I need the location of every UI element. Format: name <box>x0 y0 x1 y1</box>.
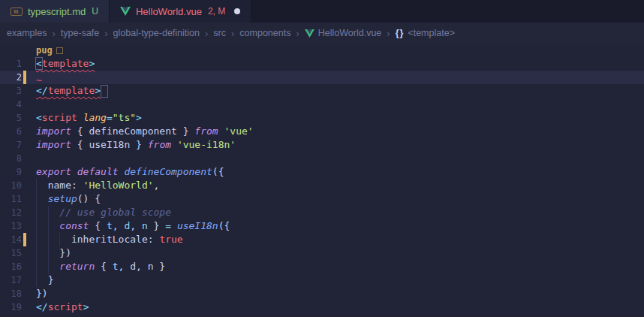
line-number: 17 <box>0 273 22 287</box>
code-token: = <box>165 220 171 231</box>
code-token <box>171 139 177 150</box>
indent-guide <box>36 192 37 206</box>
code-line-1[interactable]: 1<template> <box>0 57 644 71</box>
line-number: 7 <box>0 138 22 152</box>
gutter-spacer <box>23 179 26 192</box>
line-number: 4 <box>0 98 22 111</box>
code-line-9[interactable]: 9export default defineComponent({ <box>0 165 644 179</box>
gutter-spacer <box>23 111 26 125</box>
tab-typescript-md[interactable]: M↓ typescript.md U <box>0 0 110 23</box>
template-lang-hint-row: pug <box>0 44 644 57</box>
breadcrumb-item-examples[interactable]: examples <box>7 28 47 38</box>
code-token: }) <box>36 247 71 258</box>
breadcrumb-item-components[interactable]: components <box>239 28 290 38</box>
code-line-19[interactable]: 19</script> <box>0 300 644 314</box>
breadcrumb-label: src <box>213 28 226 38</box>
code-token: template <box>42 58 89 69</box>
code-token: 'vue-i18n' <box>177 139 236 150</box>
indent-guide <box>36 233 37 246</box>
code-token: script <box>42 112 77 123</box>
code-editor: pug 1<template>2~3</template> 45<script … <box>0 44 644 314</box>
code-token: inheritLocale: <box>36 234 154 245</box>
hint-box-icon <box>57 48 62 53</box>
code-content: setup() { <box>36 192 644 206</box>
code-token: const <box>59 220 89 231</box>
bracket-match-box <box>101 86 107 97</box>
code-token: from <box>148 139 171 150</box>
code-content: import { defineComponent } from 'vue' <box>36 125 644 138</box>
code-token <box>171 220 177 231</box>
code-token <box>77 112 83 123</box>
gutter-spacer <box>23 300 26 314</box>
line-number: 15 <box>0 246 22 260</box>
gutter-spacer <box>23 260 26 273</box>
code-line-11[interactable]: 11 setup() { <box>0 192 644 206</box>
code-token: default <box>77 166 119 177</box>
code-line-2[interactable]: 2~ <box>0 71 644 84</box>
code-token: return <box>59 261 95 272</box>
code-line-12[interactable]: 12 // use global scope <box>0 206 644 219</box>
breadcrumb-label: type-safe <box>61 28 99 38</box>
code-line-7[interactable]: 7import { useI18n } from 'vue-i18n' <box>0 138 644 152</box>
code-content: inheritLocale: true <box>36 233 644 246</box>
code-line-14[interactable]: 14 inheritLocale: true <box>0 233 644 246</box>
code-line-17[interactable]: 17 } <box>0 273 644 287</box>
line-number: 6 <box>0 125 22 138</box>
gutter-spacer <box>23 219 26 233</box>
code-token: = <box>107 112 113 123</box>
line-number: 9 <box>0 165 22 179</box>
code-line-10[interactable]: 10 name: 'HelloWorld', <box>0 179 644 192</box>
markdown-icon: M↓ <box>11 8 23 16</box>
code-content: </script> <box>36 300 644 314</box>
problems-modified-badge: 2, M <box>208 6 225 17</box>
code-content: import { useI18n } from 'vue-i18n' <box>36 138 644 152</box>
code-line-8[interactable]: 8 <box>0 152 644 165</box>
line-number: 18 <box>0 287 22 300</box>
breadcrumb-item-src[interactable]: src <box>213 28 226 38</box>
code-line-5[interactable]: 5<script lang="ts"> <box>0 111 644 125</box>
breadcrumb-label: global-type-definition <box>113 28 200 38</box>
code-line-13[interactable]: 13 const { t, d, n } = useI18n({ <box>0 219 644 233</box>
code-line-4[interactable]: 4 <box>0 98 644 111</box>
line-number: 5 <box>0 111 22 125</box>
code-token: } <box>130 139 147 150</box>
gutter-spacer <box>23 138 26 152</box>
indent-guide <box>36 206 37 219</box>
breadcrumb-item-global-type-definition[interactable]: global-type-definition <box>113 28 200 38</box>
code-line-16[interactable]: 16 return { t, d, n } <box>0 260 644 273</box>
tab-filename: typescript.md <box>28 6 86 17</box>
tab-helloworld-vue[interactable]: HelloWorld.vue 2, M <box>110 0 251 23</box>
breadcrumb-item-helloworld-vue[interactable]: HelloWorld.vue <box>305 28 382 38</box>
indent-guide <box>59 233 60 246</box>
code-line-18[interactable]: 18}) <box>0 287 644 300</box>
code-token <box>71 166 77 177</box>
code-token <box>36 193 48 204</box>
symbol-braces-icon: {} <box>396 28 405 38</box>
code-content: <template> <box>36 57 644 71</box>
code-content <box>36 152 644 165</box>
code-token: n <box>142 220 148 231</box>
code-token: t <box>107 220 113 231</box>
indent-guide <box>48 260 49 273</box>
code-token: { <box>89 220 106 231</box>
template-lang-hint[interactable]: pug <box>36 44 53 57</box>
code-token <box>77 180 83 191</box>
code-token: ({ <box>218 220 230 231</box>
code-token: from <box>194 125 218 137</box>
code-token: }) <box>36 288 48 299</box>
code-line-15[interactable]: 15 }) <box>0 246 644 260</box>
indent-guide <box>36 260 37 273</box>
code-line-3[interactable]: 3</template> <box>0 84 644 98</box>
breadcrumb-item--template-[interactable]: {}<template> <box>396 28 455 38</box>
gutter-spacer <box>23 57 26 71</box>
line-number: 16 <box>0 260 22 273</box>
code-token: useI18n <box>177 220 218 231</box>
code-line-6[interactable]: 6import { defineComponent } from 'vue' <box>0 125 644 138</box>
breadcrumb-separator: › <box>296 28 299 39</box>
git-modified-indicator <box>23 233 26 246</box>
breadcrumb-item-type-safe[interactable]: type-safe <box>61 28 99 38</box>
unsaved-indicator-dot[interactable] <box>234 8 240 14</box>
code-content: }) <box>36 287 644 300</box>
code-token: export <box>36 166 71 177</box>
code-token: script <box>48 301 83 312</box>
